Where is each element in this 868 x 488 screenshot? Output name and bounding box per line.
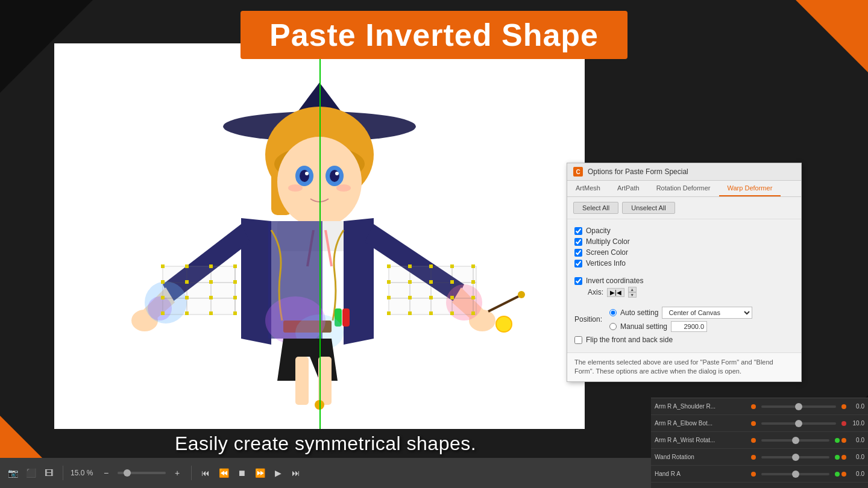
- toolbar-stop-icon[interactable]: ⏹: [235, 466, 248, 480]
- checkbox-screen-row: Screen Color: [574, 248, 794, 257]
- timeline-track-4[interactable]: [761, 473, 829, 475]
- toolbar-step-prev-icon[interactable]: ⏪: [217, 466, 230, 480]
- manual-value-input[interactable]: [671, 321, 707, 332]
- dialog-tabs: ArtMesh ArtPath Rotation Deformer Warp D…: [567, 181, 801, 197]
- tab-artmesh[interactable]: ArtMesh: [567, 181, 609, 196]
- toolbar-camera-icon[interactable]: 📷: [6, 466, 19, 480]
- subtitle-text: Easily create symmetrical shapes.: [0, 433, 651, 455]
- timeline-row-1: Arm R A_Elbow Bot... 10.0: [651, 415, 868, 432]
- mouse-cursor: [495, 316, 512, 333]
- svg-rect-69: [387, 280, 391, 284]
- dot-3-2: [841, 455, 846, 460]
- toolbar-step-fwd-icon[interactable]: ⏩: [253, 466, 266, 480]
- timeline-track-2[interactable]: [761, 439, 829, 442]
- svg-rect-78: [471, 296, 475, 299]
- timeline-row-3: Wand Rotation 0.0: [651, 449, 868, 466]
- radio-auto-setting[interactable]: [609, 309, 617, 316]
- checkbox-multiply-label: Multiply Color: [586, 237, 630, 246]
- toolbar-step-back-icon[interactable]: ⏮: [199, 466, 212, 480]
- svg-point-11: [330, 170, 339, 182]
- tab-rotation-deformer[interactable]: Rotation Deformer: [648, 181, 719, 196]
- axis-prev-btn[interactable]: ▶|◀: [607, 288, 624, 297]
- timeline-dots-3: [751, 455, 846, 460]
- svg-rect-59: [233, 296, 237, 299]
- toolbar-play-icon[interactable]: ▶: [271, 466, 285, 480]
- svg-line-27: [488, 296, 518, 311]
- dialog-title: Options for Paste Form Special: [588, 167, 688, 176]
- select-all-button[interactable]: Select All: [573, 202, 618, 214]
- svg-rect-63: [233, 311, 237, 315]
- dot-4-0: [751, 472, 756, 477]
- checkbox-opacity-row: Opacity: [574, 227, 794, 235]
- tab-warp-deformer[interactable]: Warp Deformer: [719, 181, 781, 196]
- timeline-value-3: 0.0: [846, 454, 864, 460]
- checkbox-invert-coordinates[interactable]: [574, 277, 582, 285]
- toolbar-zoom-slider[interactable]: [118, 472, 166, 474]
- timeline-dots-1: [751, 421, 846, 426]
- toolbar-layers-icon[interactable]: ⬛: [24, 466, 37, 480]
- axis-spinner: ▲ ▼: [628, 287, 637, 298]
- track-thumb-1[interactable]: [795, 420, 802, 427]
- svg-rect-83: [471, 311, 475, 315]
- svg-rect-61: [185, 311, 189, 315]
- checkbox-opacity-label: Opacity: [586, 227, 611, 235]
- toolbar-camera2-icon[interactable]: 🎞: [42, 466, 55, 480]
- dot-2-1: [835, 438, 840, 443]
- svg-rect-82: [450, 311, 454, 315]
- checkbox-multiply-row: Multiply Color: [574, 237, 794, 246]
- track-thumb-2[interactable]: [792, 437, 799, 444]
- svg-rect-76: [429, 296, 433, 299]
- track-thumb-3[interactable]: [792, 454, 799, 461]
- timeline-track-1[interactable]: [761, 422, 836, 425]
- checkbox-flip[interactable]: [574, 336, 582, 344]
- svg-rect-33: [295, 357, 309, 405]
- dot-2-2: [841, 438, 846, 443]
- toolbar-step-end-icon[interactable]: ⏭: [289, 466, 303, 480]
- svg-rect-52: [161, 280, 165, 284]
- dialog-body: Opacity Multiply Color Screen Color Vert…: [567, 219, 801, 352]
- track-thumb-0[interactable]: [795, 403, 802, 410]
- svg-rect-71: [429, 280, 433, 284]
- timeline-row-2: Arm R A_Wrist Rotat... 0.0: [651, 432, 868, 449]
- checkbox-vertices-label: Vertices Info: [586, 259, 626, 267]
- checkbox-multiply-color[interactable]: [574, 238, 582, 246]
- svg-rect-75: [408, 296, 412, 299]
- svg-rect-50: [209, 264, 213, 268]
- axis-up-btn[interactable]: ▲: [628, 287, 637, 292]
- svg-rect-68: [471, 264, 475, 268]
- timeline-track-0[interactable]: [761, 405, 836, 408]
- svg-rect-32: [283, 339, 332, 357]
- checkbox-opacity[interactable]: [574, 227, 582, 235]
- unselect-all-button[interactable]: Unselect All: [622, 202, 675, 214]
- svg-rect-60: [161, 311, 165, 315]
- axis-down-btn[interactable]: ▼: [628, 292, 637, 298]
- timeline-dots-0: [751, 404, 846, 409]
- dot-3-0: [751, 455, 756, 460]
- toolbar-zoom-in-icon[interactable]: +: [171, 466, 184, 480]
- options-dialog: C Options for Paste Form Special ArtMesh…: [567, 163, 802, 382]
- checkbox-screen-color[interactable]: [574, 249, 582, 257]
- svg-rect-55: [233, 280, 237, 284]
- toolbar-divider-1: [63, 466, 63, 480]
- svg-point-14: [288, 184, 303, 192]
- flip-row: Flip the front and back side: [574, 336, 794, 344]
- timeline-label-4: Hand R A: [655, 471, 751, 477]
- timeline-label-2: Arm R A_Wrist Rotat...: [655, 437, 751, 443]
- tab-artpath[interactable]: ArtPath: [609, 181, 648, 196]
- dot-2-0: [751, 438, 756, 443]
- toolbar-zoom-out-icon[interactable]: −: [99, 466, 113, 480]
- checkbox-vertices-info[interactable]: [574, 260, 582, 267]
- svg-rect-35: [163, 266, 235, 314]
- toolbar-zoom-thumb[interactable]: [124, 469, 131, 477]
- timeline-track-3[interactable]: [761, 456, 829, 458]
- center-of-canvas-dropdown[interactable]: Center of Canvas: [662, 307, 752, 319]
- svg-rect-53: [185, 280, 189, 284]
- svg-point-28: [518, 291, 525, 298]
- track-thumb-4[interactable]: [792, 471, 799, 478]
- checkbox-vertices-row: Vertices Info: [574, 259, 794, 267]
- svg-point-15: [336, 184, 351, 192]
- timeline-dots-2: [751, 438, 846, 443]
- timeline-row-4: Hand R A 0.0: [651, 466, 868, 483]
- radio-manual-setting[interactable]: [609, 323, 617, 330]
- character-area: [54, 43, 585, 429]
